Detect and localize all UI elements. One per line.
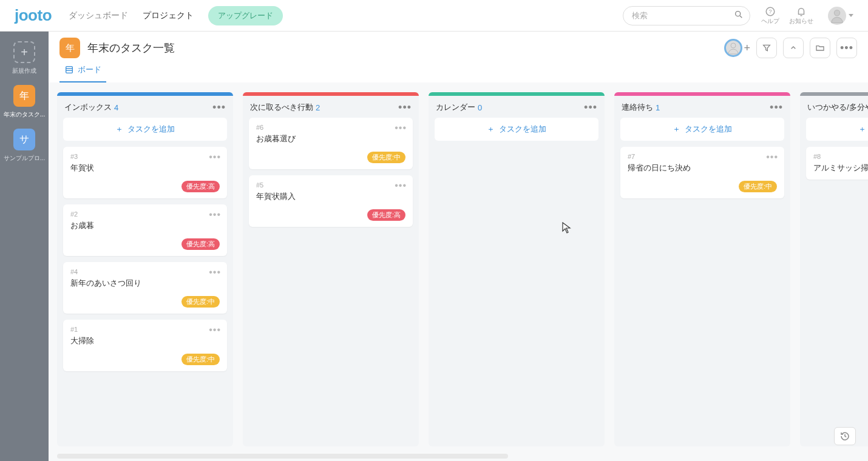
task-card[interactable]: #2お歳暮•••優先度:高 bbox=[63, 204, 227, 256]
nav-project[interactable]: プロジェクト bbox=[143, 10, 194, 21]
add-task-button[interactable]: ＋ タスクを追加 bbox=[435, 118, 598, 141]
card-menu-button[interactable]: ••• bbox=[766, 152, 778, 163]
history-button[interactable] bbox=[834, 427, 856, 445]
card-title: お歳暮 bbox=[70, 220, 220, 231]
task-card[interactable]: #6お歳暮選び•••優先度:中 bbox=[249, 118, 413, 169]
archive-button[interactable] bbox=[810, 38, 830, 58]
upgrade-button[interactable]: アップグレード bbox=[208, 6, 283, 25]
card-menu-button[interactable]: ••• bbox=[395, 123, 407, 133]
list-menu-button[interactable]: ••• bbox=[770, 105, 783, 110]
task-card[interactable]: #7帰省の日にち決め•••優先度:中 bbox=[620, 147, 784, 198]
chevron-up-icon bbox=[788, 43, 798, 53]
search-box[interactable] bbox=[623, 6, 750, 25]
help-button[interactable]: ? ヘルプ bbox=[761, 6, 779, 25]
priority-badge: 優先度:中 bbox=[739, 181, 777, 192]
sidebar-new[interactable]: + 新規作成 bbox=[2, 41, 46, 75]
card-menu-button[interactable]: ••• bbox=[209, 325, 221, 335]
card-menu-button[interactable]: ••• bbox=[209, 209, 221, 220]
list-title: いつかやる/多分や bbox=[807, 102, 868, 113]
board-scroll[interactable]: インボックス4•••＋ タスクを追加#3年賀状•••優先度:高#2お歳暮•••優… bbox=[49, 82, 868, 454]
card-title: 新年のあいさつ回り bbox=[70, 278, 220, 289]
sidebar-project-1-tile: サ bbox=[13, 129, 35, 150]
list-waiting: 連絡待ち1•••＋ タスクを追加#7帰省の日にち決め•••優先度:中 bbox=[614, 92, 790, 446]
list-count: 0 bbox=[478, 103, 482, 112]
priority-badge: 優先度:高 bbox=[181, 181, 220, 192]
task-card[interactable]: #3年賀状•••優先度:高 bbox=[63, 147, 227, 198]
priority-badge: 優先度:中 bbox=[367, 152, 405, 163]
filter-icon bbox=[762, 43, 771, 53]
list-count: 4 bbox=[114, 103, 118, 112]
list-menu-button[interactable]: ••• bbox=[398, 105, 412, 110]
more-button[interactable]: ••• bbox=[836, 38, 857, 58]
search-icon[interactable] bbox=[734, 10, 744, 21]
avatar bbox=[828, 7, 846, 25]
sidebar-project-1[interactable]: サ サンプルプロ... bbox=[2, 129, 46, 163]
filter-button[interactable] bbox=[756, 38, 777, 58]
plus-icon: ＋ bbox=[673, 124, 680, 133]
horizontal-scrollbar[interactable] bbox=[57, 454, 508, 459]
project-header: 年 年末のタスク一覧 + bbox=[49, 32, 868, 58]
priority-badge: 優先度:中 bbox=[181, 296, 220, 308]
card-menu-button[interactable]: ••• bbox=[209, 267, 221, 278]
task-card[interactable]: #5年賀状購入•••優先度:高 bbox=[249, 175, 413, 227]
user-menu[interactable] bbox=[828, 7, 853, 25]
card-footer: 優先度:高 bbox=[70, 238, 220, 250]
list-menu-button[interactable]: ••• bbox=[584, 105, 597, 110]
project-tile: 年 bbox=[59, 38, 80, 58]
sidebar-project-0[interactable]: 年 年末のタスク... bbox=[2, 85, 46, 119]
app-header: jooto ダッシュボード プロジェクト アップグレード ? ヘルプ お知らせ bbox=[0, 0, 868, 32]
task-card[interactable]: #8アルミサッシ掃除••• bbox=[806, 147, 868, 180]
notifications-button[interactable]: お知らせ bbox=[789, 6, 813, 25]
collapse-button[interactable] bbox=[783, 38, 804, 58]
notifications-label: お知らせ bbox=[789, 17, 813, 25]
tab-board-label: ボード bbox=[78, 64, 101, 75]
logo: jooto bbox=[15, 6, 52, 25]
add-task-label: タスクを追加 bbox=[127, 124, 175, 133]
sidebar-project-1-label: サンプルプロ... bbox=[2, 154, 46, 163]
add-task-label: タスクを追加 bbox=[499, 124, 546, 133]
add-task-button[interactable]: ＋ タスクを追加 bbox=[806, 118, 868, 141]
list-waiting-header: 連絡待ち1••• bbox=[614, 96, 790, 118]
card-footer: 優先度:中 bbox=[70, 296, 220, 308]
tab-bar: ボード bbox=[49, 58, 868, 82]
nav-dashboard[interactable]: ダッシュボード bbox=[69, 10, 128, 21]
tab-board[interactable]: ボード bbox=[59, 58, 106, 82]
card-title: お歳暮選び bbox=[256, 133, 405, 144]
task-card[interactable]: #4新年のあいさつ回り•••優先度:中 bbox=[63, 262, 227, 314]
member-avatar bbox=[724, 39, 742, 57]
card-menu-button[interactable]: ••• bbox=[209, 152, 221, 163]
card-id: #4 bbox=[70, 268, 220, 275]
list-inbox-header: インボックス4••• bbox=[57, 96, 233, 118]
card-id: #5 bbox=[256, 181, 405, 189]
card-footer: 優先度:高 bbox=[256, 209, 405, 221]
card-title: アルミサッシ掃除 bbox=[813, 163, 868, 173]
list-count: 1 bbox=[656, 103, 660, 112]
card-footer: 優先度:中 bbox=[256, 152, 405, 163]
board: インボックス4•••＋ タスクを追加#3年賀状•••優先度:高#2お歳暮•••優… bbox=[57, 92, 868, 446]
add-member-button[interactable]: + bbox=[724, 39, 750, 57]
card-title: 年賀状購入 bbox=[256, 191, 405, 202]
priority-badge: 優先度:中 bbox=[181, 354, 220, 365]
list-menu-button[interactable]: ••• bbox=[212, 105, 226, 110]
plus-icon: ＋ bbox=[487, 124, 495, 133]
priority-badge: 優先度:高 bbox=[367, 209, 405, 221]
history-icon bbox=[839, 431, 850, 442]
list-calendar-header: カレンダー0••• bbox=[429, 96, 605, 118]
add-task-button[interactable]: ＋ タスクを追加 bbox=[620, 118, 784, 141]
svg-point-5 bbox=[834, 10, 839, 15]
svg-point-0 bbox=[736, 12, 741, 16]
card-id: #6 bbox=[256, 124, 405, 131]
board-icon bbox=[64, 65, 74, 75]
sidebar: + 新規作成 年 年末のタスク... サ サンプルプロ... bbox=[0, 32, 49, 461]
svg-text:?: ? bbox=[768, 8, 771, 15]
card-menu-button[interactable]: ••• bbox=[395, 180, 407, 191]
add-task-button[interactable]: ＋ タスクを追加 bbox=[63, 118, 227, 141]
card-title: 帰省の日にち決め bbox=[628, 163, 777, 173]
sidebar-project-0-tile: 年 bbox=[13, 85, 35, 107]
list-someday-header: いつかやる/多分や••• bbox=[800, 96, 868, 118]
card-title: 年賀状 bbox=[70, 163, 220, 173]
search-input[interactable] bbox=[632, 11, 734, 20]
list-title: 連絡待ち bbox=[622, 102, 653, 113]
list-someday: いつかやる/多分や•••＋ タスクを追加#8アルミサッシ掃除••• bbox=[800, 92, 868, 446]
task-card[interactable]: #1大掃除•••優先度:中 bbox=[63, 320, 227, 371]
